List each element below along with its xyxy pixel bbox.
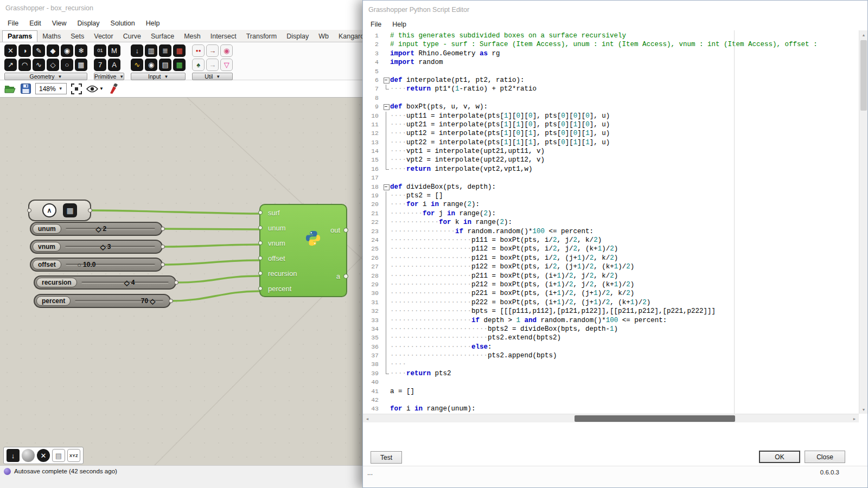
tab-wb[interactable]: Wb bbox=[314, 31, 334, 42]
code-line[interactable]: 17 bbox=[363, 174, 859, 182]
input-nub[interactable] bbox=[258, 226, 263, 230]
save-file-icon[interactable] bbox=[21, 84, 31, 94]
toolbar-icon-geometry-1-3[interactable]: ◇ bbox=[47, 59, 59, 71]
paint-brush-icon[interactable] bbox=[108, 84, 119, 94]
toolbar-group-label-primitive[interactable]: Primitive▼ bbox=[94, 73, 124, 80]
close-button[interactable]: Close bbox=[805, 451, 845, 463]
code-line[interactable]: 25····················p112 = boxPt(pts, … bbox=[363, 245, 859, 253]
toolbar-icon-input-1-0[interactable]: ∿ bbox=[131, 59, 143, 71]
vertical-scrollbar[interactable]: ▲ ▼ bbox=[859, 30, 867, 414]
preview-eye-icon[interactable]: ▼ bbox=[86, 85, 104, 93]
gh-menu-solution[interactable]: Solution bbox=[105, 18, 141, 29]
code-line[interactable]: 11····upt21 = interpolate(pts[1][1][0], … bbox=[363, 120, 859, 129]
component-output-out[interactable]: out bbox=[330, 226, 348, 234]
code-line[interactable]: 24····················p111 = boxPt(pts, … bbox=[363, 236, 859, 245]
code-line[interactable]: 35························pts2.extend(bp… bbox=[363, 333, 859, 342]
toolbar-icon-input-0-1[interactable]: ▥ bbox=[145, 44, 157, 57]
code-line[interactable]: 8 bbox=[363, 94, 859, 102]
gh-menu-help[interactable]: Help bbox=[141, 18, 165, 29]
toolbar-icon-primitive-0-0[interactable]: 01 bbox=[94, 44, 106, 57]
fold-collapse-icon[interactable] bbox=[382, 76, 390, 85]
gh-menu-file[interactable]: File bbox=[2, 18, 24, 29]
code-line[interactable]: 34························bpts2 = divide… bbox=[363, 325, 859, 333]
slider-unum[interactable]: unum◇2 bbox=[30, 222, 163, 236]
slider-grip[interactable]: ◇2 bbox=[96, 223, 107, 235]
code-line[interactable]: 21········for j in range(2): bbox=[363, 209, 859, 218]
code-line[interactable]: 40 bbox=[363, 378, 859, 387]
slider-track[interactable]: ◇4 bbox=[80, 277, 170, 288]
gh-menu-display[interactable]: Display bbox=[72, 18, 105, 29]
toolbar-icon-primitive-1-1[interactable]: A bbox=[108, 59, 120, 71]
code-line[interactable]: 37························pts2.append(bp… bbox=[363, 351, 859, 360]
component-output-a[interactable]: a bbox=[336, 272, 348, 280]
code-line[interactable]: 7····return pt1*(1-ratio) + pt2*ratio bbox=[363, 85, 859, 93]
toolbar-icon-util-0-2[interactable]: ◉ bbox=[220, 44, 233, 57]
toolbar-icon-geometry-0-2[interactable]: ✎ bbox=[33, 44, 45, 57]
code-line[interactable]: 4import random bbox=[363, 58, 859, 67]
code-line[interactable]: 6def interpolate(pt1, pt2, ratio): bbox=[363, 76, 859, 85]
output-nub[interactable] bbox=[343, 228, 348, 233]
param-output-nub[interactable] bbox=[88, 208, 92, 213]
code-line[interactable]: 2# input type - surf : Surface (Item Acc… bbox=[363, 40, 859, 49]
tab-mesh[interactable]: Mesh bbox=[179, 31, 206, 42]
zoom-extents-icon[interactable] bbox=[71, 84, 82, 94]
slider-recursion[interactable]: recursion◇4 bbox=[34, 275, 176, 290]
tab-kangaroo2[interactable]: Kangaroo2 bbox=[334, 31, 362, 42]
code-line[interactable]: 9def boxPt(pts, u, v, w): bbox=[363, 102, 859, 111]
code-line[interactable]: 12····upt12 = interpolate(pts[1][0][1], … bbox=[363, 129, 859, 138]
open-file-icon[interactable] bbox=[4, 84, 16, 94]
test-button[interactable]: Test bbox=[371, 451, 402, 464]
python-script-component[interactable]: surfunumvnumoffsetrecursionpercent outa bbox=[259, 204, 347, 297]
tab-intersect[interactable]: Intersect bbox=[206, 31, 241, 42]
code-line[interactable]: 32····················bpts = [[[p111,p11… bbox=[363, 307, 859, 316]
code-line[interactable]: 38···· bbox=[363, 360, 859, 369]
toolbar-icon-util-1-1[interactable]: → bbox=[206, 59, 219, 71]
code-line[interactable]: 43for i in range(unum): bbox=[363, 404, 859, 413]
ok-button[interactable]: OK bbox=[759, 451, 800, 463]
toolbar-icon-geometry-0-5[interactable]: ❄ bbox=[75, 44, 87, 57]
toolbar-icon-util-1-0[interactable]: ♠ bbox=[192, 59, 205, 71]
code-line[interactable]: 18def divideBox(pts, depth): bbox=[363, 183, 859, 191]
toolbar-icon-primitive-1-0[interactable]: 7 bbox=[94, 59, 106, 71]
code-editor[interactable]: 1# this generates subdivided boxes on a … bbox=[363, 30, 867, 422]
py-titlebar[interactable]: Grasshopper Python Script Editor bbox=[363, 1, 867, 18]
slider-grip[interactable]: ○10.0 bbox=[77, 259, 95, 271]
tab-curve[interactable]: Curve bbox=[118, 31, 146, 42]
scroll-left-icon[interactable]: ◄ bbox=[363, 414, 372, 423]
gh-titlebar[interactable]: Grasshopper - box_recursion bbox=[0, 0, 362, 16]
tab-sets[interactable]: Sets bbox=[66, 31, 89, 42]
code-line[interactable]: 5 bbox=[363, 67, 859, 76]
code-line[interactable]: 3import Rhino.Geometry as rg bbox=[363, 49, 859, 58]
horizontal-scrollbar[interactable]: ◄ ► bbox=[363, 414, 859, 422]
gh-canvas[interactable]: ∧ ▦ unum◇2vnum◇3offset○10.0recursion◇4pe… bbox=[0, 98, 362, 465]
toolbar-icon-geometry-0-4[interactable]: ◉ bbox=[61, 44, 73, 57]
zoom-level-dropdown[interactable]: 148% ▼ bbox=[35, 83, 67, 94]
code-line[interactable]: 14····vpt1 = interpolate(upt21,upt11, v) bbox=[363, 147, 859, 156]
widget-axes-icon[interactable]: XYZ bbox=[67, 449, 80, 462]
code-area[interactable]: 1# this generates subdivided boxes on a … bbox=[363, 31, 859, 414]
slider-output-nub[interactable] bbox=[169, 299, 173, 303]
component-input-surf[interactable]: surf bbox=[260, 207, 297, 218]
input-nub[interactable] bbox=[258, 256, 263, 260]
input-nub[interactable] bbox=[258, 210, 263, 215]
toolbar-icon-geometry-1-1[interactable]: ◠ bbox=[18, 59, 31, 71]
code-line[interactable]: 23················if random.random()*100… bbox=[363, 227, 859, 236]
code-line[interactable]: 26····················p121 = boxPt(pts, … bbox=[363, 254, 859, 262]
scroll-down-icon[interactable]: ▼ bbox=[859, 405, 868, 414]
slider-output-nub[interactable] bbox=[174, 280, 178, 285]
slider-vnum[interactable]: vnum◇3 bbox=[30, 240, 163, 254]
scroll-up-icon[interactable]: ▲ bbox=[859, 30, 868, 39]
slider-track[interactable]: ◇2 bbox=[65, 223, 156, 235]
widget-notes-icon[interactable]: ▤ bbox=[52, 449, 65, 462]
toolbar-icon-input-0-2[interactable]: ≣ bbox=[159, 44, 171, 57]
toolbar-icon-geometry-1-2[interactable]: ∿ bbox=[33, 59, 45, 71]
slider-output-nub[interactable] bbox=[161, 262, 165, 267]
py-menu-file[interactable]: File bbox=[365, 19, 387, 30]
toolbar-icon-primitive-0-1[interactable]: M bbox=[108, 44, 120, 57]
code-line[interactable]: 39····return pts2 bbox=[363, 369, 859, 378]
toolbar-icon-util-1-2[interactable]: ▽ bbox=[220, 59, 233, 71]
code-line[interactable]: 36····················else: bbox=[363, 343, 859, 351]
fold-collapse-icon[interactable] bbox=[382, 183, 390, 191]
slider-grip[interactable]: ◇3 bbox=[100, 241, 111, 253]
slider-output-nub[interactable] bbox=[161, 245, 165, 249]
